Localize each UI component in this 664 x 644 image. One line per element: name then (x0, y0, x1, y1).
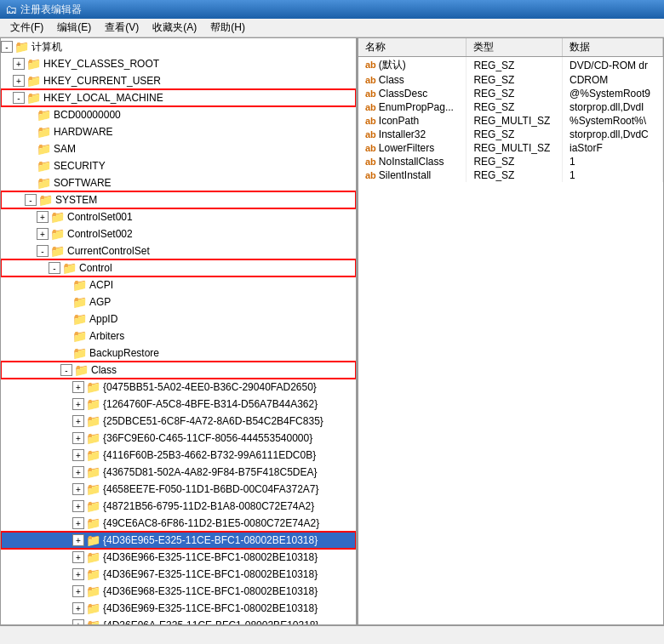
expand-button[interactable]: + (72, 551, 84, 563)
tree-item[interactable]: -📁SYSTEM (1, 191, 356, 208)
tree-label: SECURITY (54, 160, 106, 172)
tree-item[interactable]: +📁{4D36E968-E325-11CE-BFC1-08002BE10318} (1, 583, 356, 600)
expand-button[interactable]: + (72, 466, 84, 478)
tree-item[interactable]: +📁{0475BB51-5A02-4EE0-B36C-29040FAD2650} (1, 379, 356, 396)
folder-icon: 📁 (50, 227, 65, 241)
tree-item[interactable]: -📁Class (1, 362, 356, 379)
expand-button[interactable]: - (37, 245, 49, 257)
expand-button[interactable]: + (13, 58, 25, 70)
table-row[interactable]: abEnumPropPag...REG_SZstorprop.dll,DvdI (358, 100, 663, 114)
folder-icon: 📁 (86, 431, 100, 445)
tree-item[interactable]: 📁AppID (1, 311, 356, 328)
tree-item[interactable]: -📁计算机 (1, 38, 356, 55)
tree-item[interactable]: 📁SECURITY (1, 157, 356, 174)
reg-type: REG_SZ (467, 73, 563, 87)
tree-item[interactable]: +📁{43675D81-502A-4A82-9F84-B75F418C5DEA} (1, 464, 356, 481)
expand-button[interactable]: + (72, 415, 84, 427)
expand-button[interactable]: - (1, 41, 13, 53)
table-row[interactable]: abIconPathREG_MULTI_SZ%SystemRoot%\ (358, 114, 663, 128)
tree-item[interactable]: -📁HKEY_LOCAL_MACHINE (1, 89, 356, 106)
tree-label: Control (79, 262, 112, 274)
expand-button[interactable]: + (72, 602, 84, 614)
tree-item[interactable]: 📁BCD00000000 (1, 106, 356, 123)
folder-icon: 📁 (86, 584, 100, 598)
reg-type: REG_MULTI_SZ (467, 141, 563, 155)
tree-item[interactable]: +📁{1264760F-A5C8-4BFE-B314-D56A7B44A362} (1, 396, 356, 413)
folder-icon: 📁 (86, 550, 100, 564)
expand-button[interactable]: + (72, 398, 84, 410)
table-row[interactable]: abClassREG_SZCDROM (358, 73, 663, 87)
tree-item[interactable]: +📁HKEY_CURRENT_USER (1, 72, 356, 89)
expand-button[interactable]: + (72, 432, 84, 444)
menu-item[interactable]: 收藏夹(A) (146, 19, 203, 37)
table-row[interactable]: abClassDescREG_SZ@%SystemRoot9 (358, 87, 663, 100)
tree-label: {4116F60B-25B3-4662-B732-99A6111EDC0B} (103, 449, 316, 461)
tree-item[interactable]: +📁HKEY_CLASSES_ROOT (1, 55, 356, 72)
expand-button[interactable]: + (72, 619, 84, 624)
expand-button[interactable]: + (13, 75, 25, 87)
tree-item[interactable]: +📁ControlSet002 (1, 225, 356, 242)
expand-button[interactable]: + (72, 568, 84, 580)
expand-button[interactable]: + (72, 381, 84, 393)
tree-item[interactable]: +📁{4D36E965-E325-11CE-BFC1-08002BE10318} (1, 532, 356, 549)
table-header: 数据 (563, 38, 663, 57)
menu-item[interactable]: 编辑(E) (50, 19, 98, 37)
tree-label: {1264760F-A5C8-4BFE-B314-D56A7B44A362} (103, 398, 318, 410)
tree-item[interactable]: +📁ControlSet001 (1, 208, 356, 225)
table-row[interactable]: abSilentInstallREG_SZ1 (358, 168, 663, 182)
menu-item[interactable]: 查看(V) (98, 19, 146, 37)
tree-item[interactable]: 📁AGP (1, 294, 356, 311)
tree-item[interactable]: +📁{36FC9E60-C465-11CF-8056-444553540000} (1, 430, 356, 447)
menu-item[interactable]: 帮助(H) (203, 19, 252, 37)
tree-item[interactable]: +📁{25DBCE51-6C8F-4A72-8A6D-B54C2B4FC835} (1, 413, 356, 430)
tree-label: BackupRestore (89, 347, 159, 359)
reg-type-icon: ab (365, 75, 376, 85)
tree-item[interactable]: -📁Control (1, 259, 356, 276)
expand-button[interactable]: + (37, 228, 49, 240)
menu-item[interactable]: 文件(F) (3, 19, 50, 37)
expand-button[interactable]: + (72, 517, 84, 529)
tree-item[interactable]: +📁{49CE6AC8-6F86-11D2-B1E5-0080C72E74A2} (1, 515, 356, 532)
expand-button[interactable]: - (13, 92, 25, 104)
table-row[interactable]: ab(默认)REG_SZDVD/CD-ROM dr (358, 57, 663, 74)
reg-data: %SystemRoot%\ (563, 114, 663, 128)
table-row[interactable]: abLowerFiltersREG_MULTI_SZiaStorF (358, 141, 663, 155)
expand-button[interactable]: - (25, 194, 37, 206)
table-row[interactable]: abInstaller32REG_SZstorprop.dll,DvdC (358, 128, 663, 141)
expand-button[interactable]: + (37, 211, 49, 223)
tree-item[interactable]: 📁Arbiters (1, 328, 356, 345)
tree-item[interactable]: 📁HARDWARE (1, 123, 356, 140)
folder-icon: 📁 (37, 176, 51, 190)
table-row[interactable]: abNoInstallClassREG_SZ1 (358, 155, 663, 168)
expand-button[interactable]: + (72, 500, 84, 512)
tree-item[interactable]: +📁{4D36E969-E325-11CE-BFC1-08002BE10318} (1, 600, 356, 617)
expand-button[interactable]: + (72, 483, 84, 495)
tree-label: {4D36E968-E325-11CE-BFC1-08002BE10318} (103, 585, 318, 597)
expand-button[interactable]: - (49, 262, 60, 274)
folder-icon: 📁 (86, 448, 100, 462)
expand-button[interactable]: - (60, 364, 72, 376)
tree-item[interactable]: +📁{4D36E966-E325-11CE-BFC1-08002BE10318} (1, 549, 356, 566)
expand-button[interactable]: + (72, 449, 84, 461)
tree-item[interactable]: 📁BackupRestore (1, 345, 356, 362)
tree-item[interactable]: 📁SOFTWARE (1, 174, 356, 191)
tree-item[interactable]: -📁CurrentControlSet (1, 242, 356, 259)
tree-item[interactable]: 📁SAM (1, 140, 356, 157)
expand-button[interactable]: + (72, 534, 84, 546)
tree-item[interactable]: +📁{4D36E967-E325-11CE-BFC1-08002BE10318} (1, 566, 356, 583)
reg-type-icon: ab (365, 157, 376, 167)
reg-type-icon: ab (365, 170, 376, 180)
tree-item[interactable]: +📁{4D36E96A-E325-11CE-BFC1-08002BE10318} (1, 617, 356, 624)
tree-item[interactable]: +📁{48721B56-6795-11D2-B1A8-0080C72E74A2} (1, 498, 356, 515)
tree-item[interactable]: 📁ACPI (1, 276, 356, 294)
tree-item[interactable]: +📁{4116F60B-25B3-4662-B732-99A6111EDC0B} (1, 447, 356, 464)
tree-item[interactable]: +📁{4658EE7E-F050-11D1-B6BD-00C04FA372A7} (1, 481, 356, 498)
folder-icon: 📁 (26, 74, 41, 88)
reg-name: abSilentInstall (358, 168, 467, 182)
tree-label: AGP (89, 296, 111, 308)
reg-type-icon: ab (365, 88, 376, 99)
expand-button[interactable]: + (72, 585, 84, 597)
table-header: 名称 (358, 38, 467, 57)
reg-type-icon: ab (365, 60, 376, 70)
reg-name: abIconPath (358, 114, 467, 128)
